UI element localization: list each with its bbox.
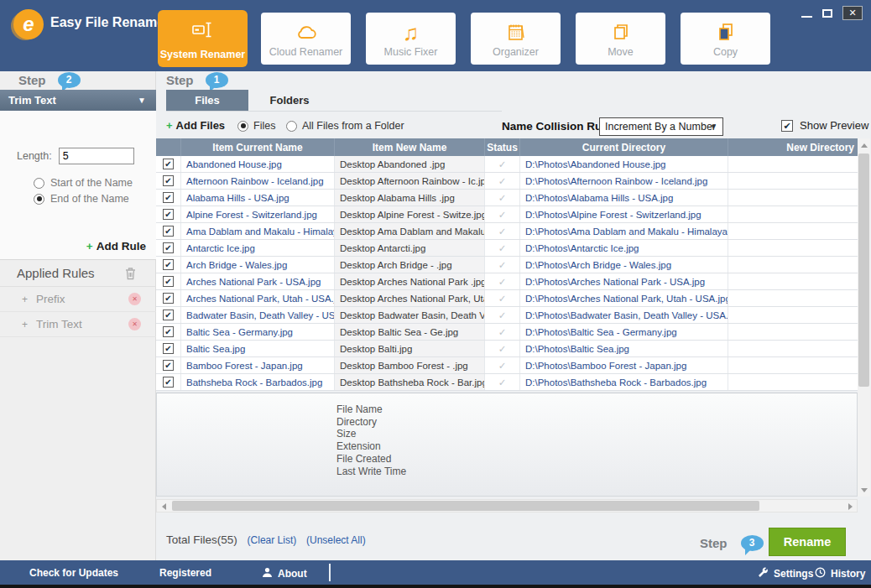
table-row[interactable]: ✔ Antarctic Ice.jpg Desktop Antarcti.jpg…: [156, 240, 858, 257]
table-row[interactable]: ✔ Abandoned House.jpg Desktop Abandoned …: [156, 156, 858, 173]
tab-music-fixer[interactable]: ♫ Music Fixer: [366, 13, 456, 65]
item-current-name: Bathsheba Rock - Barbados.jpg: [181, 374, 335, 390]
checkbox-checked-icon: ✔: [163, 159, 174, 169]
tab-move[interactable]: Move: [576, 13, 665, 65]
item-new-name: Desktop Bathsheba Rock - Bar.jpg: [335, 374, 485, 390]
item-current-name: Alabama Hills - USA.jpg: [181, 190, 335, 206]
unselect-all-link[interactable]: (Unselect All): [306, 534, 366, 546]
applied-rule-prefix[interactable]: + Prefix ✕: [0, 287, 156, 312]
row-checkbox[interactable]: ✔: [156, 324, 181, 340]
item-new-name: Desktop Antarcti.jpg: [335, 240, 485, 256]
current-directory: D:\Photos\Badwater Basin, Death Valley -…: [520, 307, 728, 323]
step-3-bubble: 3: [741, 535, 764, 551]
new-directory: [728, 290, 858, 306]
vertical-scroll-thumb[interactable]: [858, 154, 869, 387]
status-check-icon: ✓: [485, 257, 520, 273]
tab-copy[interactable]: Copy: [681, 13, 770, 65]
about-button[interactable]: About: [262, 567, 307, 580]
radio-start-of-name[interactable]: Start of the Name: [34, 177, 133, 189]
show-preview-toggle[interactable]: ✔ Show Preview: [781, 119, 868, 132]
column-item-new-name[interactable]: Item New Name: [335, 138, 485, 156]
table-row[interactable]: ✔ Baltic Sea - Germany.jpg Desktop Balti…: [156, 324, 858, 341]
row-checkbox[interactable]: ✔: [156, 374, 181, 390]
length-input[interactable]: [59, 148, 134, 164]
table-row[interactable]: ✔ Badwater Basin, Death Valley - US... D…: [156, 307, 858, 324]
column-new-directory[interactable]: New Directory: [728, 138, 858, 156]
table-row[interactable]: ✔ Alabama Hills - USA.jpg Desktop Alabam…: [156, 190, 858, 206]
close-button[interactable]: ✕: [842, 6, 863, 20]
trash-icon[interactable]: [123, 266, 138, 284]
music-note-icon: ♫: [403, 20, 420, 45]
detail-field: File Created: [336, 453, 857, 466]
add-rule-button[interactable]: +Add Rule: [86, 240, 146, 252]
collision-rule-select[interactable]: Increment By a Number ▼: [599, 117, 723, 136]
tab-label: Music Fixer: [384, 46, 438, 58]
row-checkbox[interactable]: ✔: [156, 173, 181, 189]
column-current-directory[interactable]: Current Directory: [520, 138, 728, 156]
table-row[interactable]: ✔ Afternoon Rainbow - Iceland.jpg Deskto…: [156, 173, 858, 190]
row-checkbox[interactable]: ✔: [156, 156, 181, 172]
tab-cloud-renamer[interactable]: Cloud Renamer: [261, 13, 351, 65]
scroll-left-arrow[interactable]: [157, 500, 170, 513]
row-checkbox[interactable]: ✔: [156, 190, 181, 206]
remove-rule-icon[interactable]: ✕: [128, 293, 141, 305]
vertical-scrollbar[interactable]: [858, 138, 870, 497]
horizontal-scrollbar[interactable]: [156, 499, 858, 513]
item-current-name: Alpine Forest - Switzerland.jpg: [181, 206, 335, 222]
row-checkbox[interactable]: ✔: [156, 206, 181, 222]
tab-files[interactable]: Files: [166, 90, 248, 111]
row-checkbox[interactable]: ✔: [156, 223, 181, 239]
tab-organizer[interactable]: Organizer: [471, 13, 561, 65]
table-row[interactable]: ✔ Arch Bridge - Wales.jpg Desktop Arch B…: [156, 257, 858, 273]
scroll-down-arrow[interactable]: [858, 484, 870, 497]
column-item-current-name[interactable]: Item Current Name: [181, 138, 335, 156]
row-checkbox[interactable]: ✔: [156, 307, 181, 323]
radio-end-of-name[interactable]: End of the Name: [34, 193, 129, 205]
table-row[interactable]: ✔ Arches National Park - USA.jpg Desktop…: [156, 273, 858, 290]
length-label: Length:: [17, 150, 52, 162]
table-row[interactable]: ✔ Alpine Forest - Switzerland.jpg Deskto…: [156, 206, 858, 223]
radio-all-files-folder[interactable]: All Files from a Folder: [286, 120, 404, 132]
item-new-name: Desktop Balti.jpg: [335, 341, 485, 356]
maximize-button[interactable]: [822, 9, 832, 18]
scroll-up-arrow[interactable]: [858, 138, 870, 151]
item-new-name: Desktop Arches National Park, Utah: [335, 290, 485, 306]
scroll-right-arrow[interactable]: [844, 500, 857, 513]
clear-list-link[interactable]: (Clear List): [248, 534, 297, 546]
rule-type-dropdown[interactable]: Trim Text ▼: [0, 90, 156, 111]
checkbox-checked-icon: ✔: [163, 377, 174, 388]
row-checkbox[interactable]: ✔: [156, 273, 181, 289]
table-row[interactable]: ✔ Arches National Park, Utah - USA.jpg D…: [156, 290, 858, 307]
tab-folders[interactable]: Folders: [248, 90, 331, 111]
applied-rule-trim-text[interactable]: + Trim Text ✕: [0, 312, 156, 337]
column-select[interactable]: [156, 138, 181, 156]
table-row[interactable]: ✔ Baltic Sea.jpg Desktop Balti.jpg ✓ D:\…: [156, 341, 858, 357]
table-row[interactable]: ✔ Bathsheba Rock - Barbados.jpg Desktop …: [156, 374, 858, 391]
current-directory: D:\Photos\Ama Dablam and Makalu - Himala…: [520, 223, 728, 239]
step-label: Step: [166, 73, 194, 87]
row-checkbox[interactable]: ✔: [156, 257, 181, 273]
radio-files[interactable]: Files: [237, 120, 275, 132]
check-for-updates-button[interactable]: Check for Updates: [29, 567, 118, 579]
row-checkbox[interactable]: ✔: [156, 341, 181, 356]
status-check-icon: ✓: [485, 223, 520, 239]
row-checkbox[interactable]: ✔: [156, 240, 181, 256]
minimize-button[interactable]: [801, 16, 812, 18]
column-status[interactable]: Status: [485, 138, 520, 156]
clock-icon: [815, 567, 826, 580]
horizontal-scroll-thumb[interactable]: [172, 501, 759, 511]
tab-system-renamer[interactable]: System Renamer: [158, 10, 248, 67]
rename-button[interactable]: Rename: [769, 528, 846, 556]
history-button[interactable]: History: [815, 567, 865, 580]
new-directory: [728, 273, 858, 289]
add-files-button[interactable]: +Add Files: [166, 119, 225, 132]
settings-button[interactable]: Settings: [758, 567, 813, 580]
about-label: About: [278, 568, 307, 580]
row-checkbox[interactable]: ✔: [156, 290, 181, 306]
table-row[interactable]: ✔ Ama Dablam and Makalu - Himalay... Des…: [156, 223, 858, 240]
table-row[interactable]: ✔ Bamboo Forest - Japan.jpg Desktop Bamb…: [156, 357, 858, 374]
step-label: Step: [18, 73, 46, 87]
row-checkbox[interactable]: ✔: [156, 357, 181, 373]
remove-rule-icon[interactable]: ✕: [128, 318, 141, 330]
item-new-name: Desktop Afternoon Rainbow - Ic.jp: [335, 173, 485, 189]
